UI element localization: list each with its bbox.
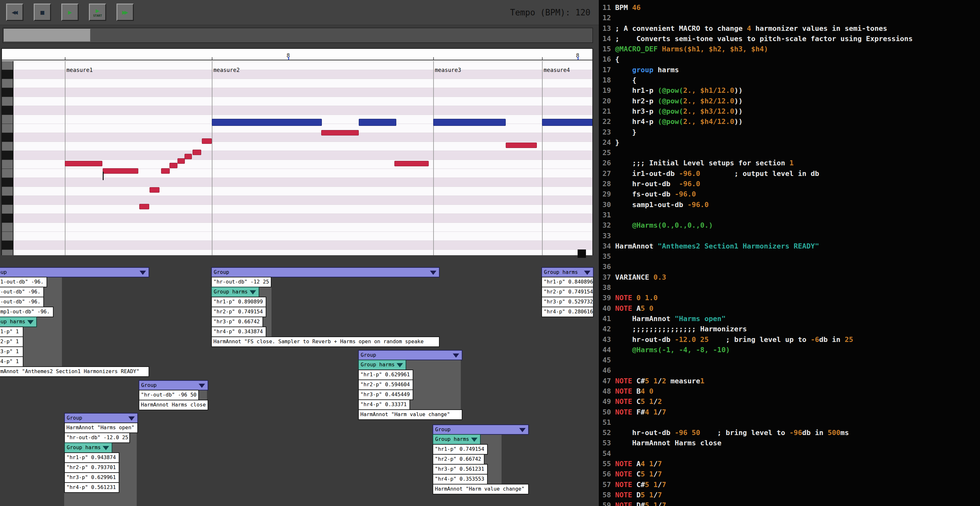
panel-title[interactable]: Group xyxy=(358,350,462,360)
param-row[interactable]: "hr-out-db" -12.0 25 xyxy=(64,433,130,443)
annotation-row[interactable]: HarmAnnot Harms close xyxy=(138,400,208,410)
param-row[interactable]: "hr4-p" 0.343874 xyxy=(211,327,266,337)
collapse-icon[interactable] xyxy=(584,271,590,275)
note[interactable] xyxy=(103,168,138,174)
panel-title[interactable]: Group xyxy=(138,380,208,390)
note[interactable] xyxy=(212,119,322,126)
play-from-start-icon: ▶ xyxy=(97,7,98,14)
note[interactable] xyxy=(202,138,212,144)
note[interactable] xyxy=(177,158,185,164)
note[interactable] xyxy=(506,142,537,148)
collapse-icon[interactable] xyxy=(430,271,436,275)
code-token: 4 1 xyxy=(641,460,653,468)
group-harms-header[interactable]: Group harms xyxy=(433,434,481,445)
param-row[interactable]: "hr4-p" 1 xyxy=(0,356,24,367)
param-row[interactable]: "hr3-p" 1 xyxy=(0,346,24,357)
roll-row xyxy=(2,142,592,151)
param-row[interactable]: "hr-out-db" -96. xyxy=(0,287,44,297)
group-harms-header[interactable]: Group harms xyxy=(358,359,406,370)
note[interactable] xyxy=(395,161,429,166)
panel-title[interactable]: Group xyxy=(64,413,138,423)
note[interactable] xyxy=(542,119,592,126)
param-row[interactable]: "hr3-p" 0.561231 xyxy=(433,464,488,474)
collapse-icon[interactable] xyxy=(471,437,477,442)
note[interactable] xyxy=(161,168,170,174)
collapse-icon[interactable] xyxy=(27,320,34,324)
h-scrollbar[interactable] xyxy=(3,28,593,43)
measure-line xyxy=(433,61,434,255)
param-row[interactable]: "hr1-p" 0.890899 xyxy=(211,297,266,307)
param-row[interactable]: "hr1-p" 0.749154 xyxy=(433,444,488,455)
param-row[interactable]: "hr-out-db" -12 25 xyxy=(211,277,272,287)
stop-button[interactable]: ■ xyxy=(34,3,51,21)
note[interactable] xyxy=(185,154,192,159)
group-harms-header[interactable]: Group harms xyxy=(0,316,37,327)
param-row[interactable]: "hr2-p" 1 xyxy=(0,337,24,347)
note[interactable] xyxy=(169,163,177,168)
param-row[interactable]: "hr1-p" 0.629961 xyxy=(358,370,413,380)
collapse-icon[interactable] xyxy=(519,428,526,432)
param-row[interactable]: "hr4-p" 0.353553 xyxy=(433,474,488,485)
fast-forward-button[interactable]: ▶▶ xyxy=(116,3,134,21)
param-row[interactable]: "hr3-p" 0.629961 xyxy=(64,472,119,483)
param-row[interactable]: "fs-out-db" -96. xyxy=(0,297,44,307)
play-button[interactable]: ▶ xyxy=(61,3,79,21)
param-row[interactable]: "hr2-p" 0.749154 xyxy=(211,306,266,317)
resize-handle[interactable] xyxy=(578,249,586,258)
annotation-row[interactable]: HarmAnnot "Harms open" xyxy=(64,423,138,433)
measure-label: measure1 xyxy=(67,67,93,73)
annotation-row[interactable]: HarmAnnot "FS close. Sampler to Reverb +… xyxy=(211,337,440,347)
collapse-icon[interactable] xyxy=(128,417,135,421)
note[interactable] xyxy=(359,119,396,126)
collapse-icon[interactable] xyxy=(140,271,146,275)
collapse-icon[interactable] xyxy=(453,353,459,358)
piano-roll[interactable]: measure1measure2measure3measure4 xyxy=(2,61,592,255)
param-row[interactable]: "hr2-p" 0.66742 xyxy=(433,454,485,464)
param-row[interactable]: "hr1-p" 1 xyxy=(0,327,24,337)
group-harms-header[interactable]: Group harms xyxy=(64,442,112,453)
param-row[interactable]: "hr4-p" 0.561231 xyxy=(64,482,119,493)
param-row[interactable]: "hr1-p" 0.840896 xyxy=(541,277,593,287)
collapse-icon[interactable] xyxy=(199,384,205,388)
panel-title[interactable]: Group xyxy=(0,267,149,278)
note[interactable] xyxy=(65,161,102,166)
panel-title[interactable]: Group harms xyxy=(541,267,593,278)
note[interactable] xyxy=(321,130,359,136)
note[interactable] xyxy=(433,119,506,126)
line-number: 58 xyxy=(599,490,611,500)
param-row[interactable]: "hr3-p" 0.66742 xyxy=(211,316,263,327)
param-row[interactable]: "hr1-p" 0.943874 xyxy=(64,452,119,463)
param-row[interactable]: "ir1-out-db" -96. xyxy=(0,277,47,287)
action-panel: GroupHarmAnnot "Harms open""hr-out-db" -… xyxy=(64,413,138,493)
code-token: (@pow( xyxy=(657,86,683,94)
annotation-row[interactable]: HarmAnnot "Harm value change" xyxy=(358,409,462,420)
white-key xyxy=(2,115,13,124)
code-token: 7 xyxy=(662,480,666,488)
param-row[interactable]: "hr4-p" 0.280616 xyxy=(541,306,593,317)
param-row[interactable]: "hr2-p" 0.594604 xyxy=(358,380,413,390)
param-row[interactable]: "hr3-p" 0.445449 xyxy=(358,389,413,400)
annotation-row[interactable]: HarmAnnot "Harm value change" xyxy=(433,484,529,495)
timeline-ruler[interactable]: 88 xyxy=(2,49,592,61)
note[interactable] xyxy=(139,204,149,209)
play-from-start-button[interactable]: ▶START xyxy=(89,3,106,21)
collapse-icon[interactable] xyxy=(397,363,403,367)
collapse-icon[interactable] xyxy=(250,290,256,294)
param-row[interactable]: "hr4-p" 0.33371 xyxy=(358,399,410,410)
param-row[interactable]: "hr3-p" 0.529732 xyxy=(541,297,593,307)
collapse-icon[interactable] xyxy=(103,446,109,450)
h-scrollbar-thumb[interactable] xyxy=(4,29,91,42)
param-row[interactable]: "hr2-p" 0.793701 xyxy=(64,462,119,473)
ruler-measure-tick xyxy=(542,57,542,60)
code-editor[interactable]: 11BPM 461213; A convenient MACRO to chan… xyxy=(599,0,980,506)
note[interactable] xyxy=(150,187,159,193)
note[interactable] xyxy=(192,150,201,155)
param-row[interactable]: "hr2-p" 0.749154 xyxy=(541,287,593,297)
param-row[interactable]: "hr-out-db" -96 50 xyxy=(138,390,199,401)
param-row[interactable]: "samp1-out-db" -96. xyxy=(0,306,54,317)
panel-title[interactable]: Group xyxy=(211,267,440,278)
rewind-button[interactable]: ◀◀ xyxy=(6,3,24,21)
group-harms-header[interactable]: Group harms xyxy=(211,287,259,297)
annotation-row[interactable]: HarmAnnot "Anthemes2 Section1 Harmonizer… xyxy=(0,366,149,377)
panel-title[interactable]: Group xyxy=(433,425,529,435)
